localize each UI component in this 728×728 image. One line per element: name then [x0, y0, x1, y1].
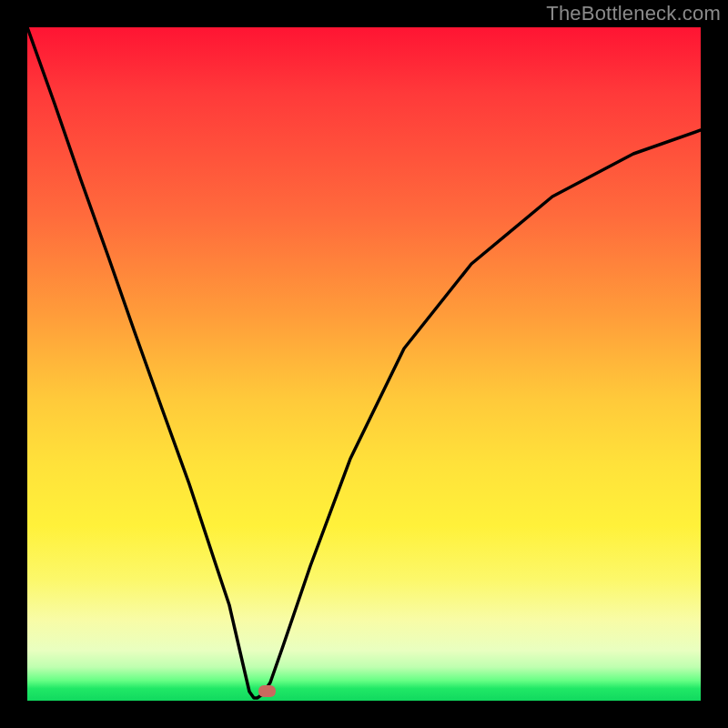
curve-path: [27, 27, 701, 698]
bottleneck-curve: [27, 27, 701, 701]
plot-area: [27, 27, 701, 701]
minimum-marker: [258, 685, 276, 697]
watermark-label: TheBottleneck.com: [546, 2, 721, 25]
chart-frame: TheBottleneck.com: [0, 0, 728, 728]
